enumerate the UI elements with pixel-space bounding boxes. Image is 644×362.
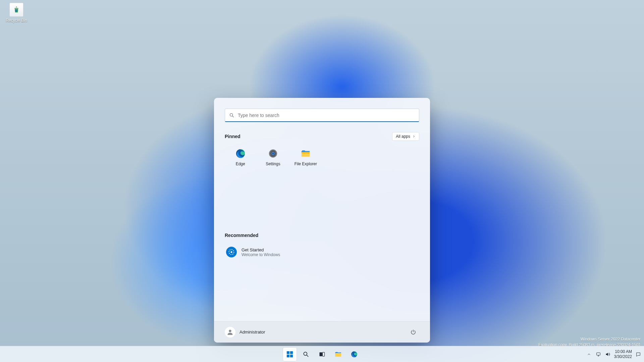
svg-point-11 bbox=[229, 329, 231, 332]
start-menu: Pinned All apps Edge bbox=[214, 98, 430, 343]
svg-point-16 bbox=[304, 352, 307, 355]
network-icon bbox=[596, 352, 601, 357]
desktop[interactable]: Recycle Bin Pinned All apps bbox=[0, 0, 644, 362]
pinned-app-file-explorer[interactable]: File Explorer bbox=[290, 145, 321, 169]
svg-rect-22 bbox=[596, 353, 600, 355]
taskbar-clock[interactable]: 10:00 AM 3/30/2022 bbox=[614, 349, 632, 359]
svg-rect-18 bbox=[320, 352, 322, 356]
tray-notifications-button[interactable] bbox=[635, 351, 641, 357]
search-icon bbox=[229, 113, 234, 118]
notifications-icon bbox=[636, 352, 641, 357]
svg-rect-19 bbox=[323, 352, 325, 356]
search-icon bbox=[303, 351, 309, 358]
file-explorer-icon bbox=[334, 351, 342, 358]
get-started-icon bbox=[226, 247, 237, 257]
recommended-header: Recommended bbox=[225, 233, 258, 238]
tray-volume-button[interactable] bbox=[605, 351, 611, 357]
taskbar-right: 10:00 AM 3/30/2022 bbox=[586, 346, 641, 362]
settings-icon bbox=[268, 148, 278, 159]
windows-icon bbox=[286, 351, 293, 358]
recommended-item-subtitle: Welcome to Windows bbox=[241, 252, 280, 257]
svg-rect-13 bbox=[290, 351, 293, 354]
pinned-app-label: Settings bbox=[266, 162, 280, 166]
pinned-app-label: File Explorer bbox=[294, 162, 317, 166]
user-name: Administrator bbox=[239, 329, 265, 335]
search-input[interactable] bbox=[238, 113, 415, 118]
svg-point-0 bbox=[230, 113, 233, 116]
taskbar-date: 3/30/2022 bbox=[614, 354, 632, 359]
tray-network-button[interactable] bbox=[595, 351, 601, 357]
recommended-list: Get Started Welcome to Windows bbox=[225, 245, 419, 259]
pinned-app-settings[interactable]: Settings bbox=[257, 145, 288, 169]
tray-overflow-button[interactable] bbox=[586, 351, 592, 357]
all-apps-button[interactable]: All apps bbox=[392, 132, 419, 141]
svg-line-17 bbox=[307, 355, 308, 356]
svg-rect-12 bbox=[287, 351, 289, 354]
taskbar: 10:00 AM 3/30/2022 bbox=[0, 346, 644, 362]
pinned-grid: Edge Settings File Explorer bbox=[225, 145, 419, 223]
search-box[interactable] bbox=[225, 109, 419, 122]
taskbar-search-button[interactable] bbox=[299, 348, 313, 361]
all-apps-label: All apps bbox=[396, 134, 410, 139]
desktop-icon-label: Recycle Bin bbox=[6, 18, 27, 23]
taskbar-time: 10:00 AM bbox=[614, 349, 632, 354]
user-button[interactable]: Administrator bbox=[225, 327, 265, 338]
chevron-right-icon bbox=[412, 135, 416, 138]
svg-point-5 bbox=[272, 153, 274, 155]
svg-rect-15 bbox=[290, 354, 293, 357]
svg-rect-14 bbox=[287, 354, 289, 357]
taskbar-edge[interactable] bbox=[347, 348, 361, 361]
svg-rect-7 bbox=[302, 152, 310, 153]
pinned-app-label: Edge bbox=[236, 162, 245, 166]
svg-line-1 bbox=[232, 116, 233, 117]
power-button[interactable] bbox=[407, 326, 419, 338]
volume-icon bbox=[605, 352, 610, 357]
chevron-up-icon bbox=[587, 352, 591, 356]
watermark-line1: Windows Server 2022 Datacenter bbox=[538, 337, 641, 342]
taskbar-start-button[interactable] bbox=[283, 348, 297, 361]
start-footer: Administrator bbox=[214, 321, 430, 343]
recommended-item-title: Get Started bbox=[241, 247, 280, 252]
edge-icon bbox=[351, 351, 358, 358]
power-icon bbox=[410, 329, 416, 335]
recycle-bin-icon bbox=[9, 3, 23, 17]
taskbar-file-explorer[interactable] bbox=[331, 348, 345, 361]
taskbar-task-view-button[interactable] bbox=[315, 348, 329, 361]
desktop-icon-recycle-bin[interactable]: Recycle Bin bbox=[2, 3, 31, 23]
svg-point-10 bbox=[231, 251, 232, 253]
avatar-icon bbox=[225, 327, 235, 338]
edge-icon bbox=[235, 148, 246, 159]
pinned-header: Pinned bbox=[225, 134, 240, 139]
pinned-app-edge[interactable]: Edge bbox=[225, 145, 256, 169]
taskbar-center bbox=[283, 348, 361, 361]
file-explorer-icon bbox=[300, 148, 311, 159]
recommended-item-get-started[interactable]: Get Started Welcome to Windows bbox=[225, 245, 419, 259]
svg-rect-20 bbox=[335, 353, 341, 356]
task-view-icon bbox=[319, 351, 325, 358]
